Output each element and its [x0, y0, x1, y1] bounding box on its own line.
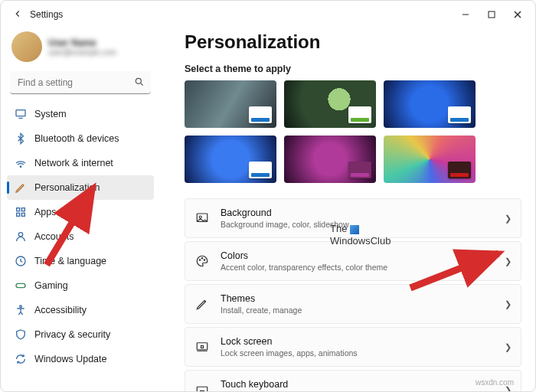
- card-title: Colors: [221, 250, 494, 261]
- avatar: [11, 31, 42, 62]
- card-title: Background: [221, 207, 494, 218]
- accounts-icon: [15, 230, 27, 243]
- card-desc: Lock screen images, apps, animations: [221, 348, 494, 358]
- nav-gaming[interactable]: Gaming: [7, 273, 154, 298]
- svg-point-8: [20, 166, 21, 167]
- svg-line-5: [141, 83, 143, 86]
- theme-chip: [249, 106, 272, 123]
- theme-section-label: Select a theme to apply: [185, 64, 521, 74]
- search-icon: [134, 77, 145, 87]
- nav-label: Privacy & security: [34, 329, 110, 340]
- theme-chip: [348, 106, 371, 123]
- brush-icon: [194, 296, 210, 312]
- minimize-button[interactable]: [453, 4, 479, 25]
- theme-thumbnail[interactable]: [384, 136, 476, 183]
- apps-icon: [15, 206, 27, 218]
- svg-rect-9: [17, 208, 20, 211]
- svg-rect-11: [17, 213, 20, 216]
- card-desc: Install, create, manage: [221, 305, 494, 315]
- time-icon: [15, 255, 27, 267]
- svg-point-20: [199, 260, 201, 261]
- svg-rect-1: [489, 11, 495, 18]
- accessibility-icon: [15, 304, 27, 316]
- theme-thumbnail[interactable]: [284, 136, 376, 183]
- nav-label: Time & language: [34, 256, 106, 266]
- card-title: Lock screen: [221, 336, 494, 347]
- profile-email: user@example.com: [48, 48, 116, 57]
- nav-label: Accessibility: [34, 305, 87, 315]
- search-input[interactable]: [10, 71, 151, 94]
- svg-rect-15: [16, 283, 25, 287]
- card-desc: Accent color, transparency effects, colo…: [221, 263, 494, 272]
- nav-bluetooth[interactable]: Bluetooth & devices: [7, 126, 154, 151]
- system-icon: [15, 108, 27, 120]
- nav-label: Personalization: [34, 182, 100, 193]
- nav-accounts[interactable]: Accounts: [7, 224, 154, 249]
- title-bar: Settings: [1, 1, 535, 28]
- lock-screen-icon: [194, 339, 210, 354]
- theme-thumbnail[interactable]: [284, 80, 376, 128]
- gaming-icon: [15, 279, 27, 292]
- svg-rect-23: [197, 343, 208, 350]
- theme-thumbnail[interactable]: [185, 136, 276, 183]
- page-heading: Personalization: [185, 31, 521, 53]
- personalization-icon: [15, 181, 27, 194]
- bluetooth-icon: [15, 132, 27, 145]
- theme-chip: [348, 162, 371, 178]
- svg-rect-10: [21, 208, 25, 211]
- image-icon: [194, 211, 210, 226]
- nav-system[interactable]: System: [7, 102, 154, 126]
- nav-label: Windows Update: [34, 354, 107, 364]
- nav-apps[interactable]: Apps: [7, 200, 154, 224]
- theme-grid: [185, 80, 521, 183]
- theme-chip: [448, 162, 471, 178]
- nav-label: Apps: [34, 207, 57, 217]
- card-desc: Background image, color, slideshow: [221, 220, 494, 229]
- chevron-right-icon: ❯: [505, 256, 511, 266]
- search-box[interactable]: [10, 71, 151, 94]
- card-title: Themes: [221, 293, 494, 304]
- chevron-right-icon: ❯: [505, 299, 511, 309]
- nav-network[interactable]: Network & internet: [7, 151, 154, 175]
- svg-point-21: [201, 258, 203, 260]
- svg-rect-24: [201, 346, 204, 348]
- account-header[interactable]: User Name user@example.com: [7, 28, 154, 70]
- window-title: Settings: [30, 9, 63, 20]
- caption-buttons: [453, 4, 531, 25]
- palette-icon: [194, 253, 210, 269]
- theme-chip: [448, 106, 471, 123]
- nav-accessibility[interactable]: Accessibility: [7, 298, 154, 322]
- svg-point-13: [18, 233, 22, 237]
- privacy-icon: [15, 328, 27, 341]
- nav-windows-update[interactable]: Windows Update: [7, 347, 154, 371]
- nav-personalization[interactable]: Personalization: [7, 175, 154, 200]
- maximize-button[interactable]: [479, 4, 505, 25]
- sidebar: User Name user@example.com System Blueto…: [1, 28, 160, 391]
- card-touch-keyboard[interactable]: Touch keyboardThemes, size ❯: [185, 370, 521, 391]
- back-button[interactable]: [5, 8, 30, 21]
- chevron-right-icon: ❯: [505, 214, 511, 224]
- theme-thumbnail[interactable]: [384, 80, 476, 128]
- nav-label: Bluetooth & devices: [34, 133, 119, 144]
- nav-label: Network & internet: [34, 158, 113, 168]
- chevron-right-icon: ❯: [505, 342, 511, 352]
- nav-label: Gaming: [34, 280, 68, 291]
- close-button[interactable]: [505, 4, 531, 25]
- update-icon: [15, 353, 27, 365]
- svg-rect-12: [21, 213, 25, 216]
- card-lock-screen[interactable]: Lock screenLock screen images, apps, ani…: [185, 327, 521, 367]
- svg-rect-6: [16, 110, 25, 116]
- theme-thumbnail[interactable]: [185, 80, 276, 128]
- card-themes[interactable]: ThemesInstall, create, manage ❯: [185, 284, 521, 324]
- card-title: Touch keyboard: [221, 379, 494, 390]
- keyboard-icon: [194, 382, 210, 391]
- card-colors[interactable]: ColorsAccent color, transparency effects…: [185, 241, 521, 281]
- nav-list: System Bluetooth & devices Network & int…: [7, 102, 154, 371]
- svg-point-19: [199, 216, 201, 218]
- nav-privacy[interactable]: Privacy & security: [7, 322, 154, 347]
- nav-time-language[interactable]: Time & language: [7, 249, 154, 273]
- svg-point-17: [20, 305, 22, 308]
- card-background[interactable]: BackgroundBackground image, color, slide…: [185, 198, 521, 238]
- svg-point-4: [136, 78, 141, 83]
- settings-list: BackgroundBackground image, color, slide…: [185, 198, 521, 391]
